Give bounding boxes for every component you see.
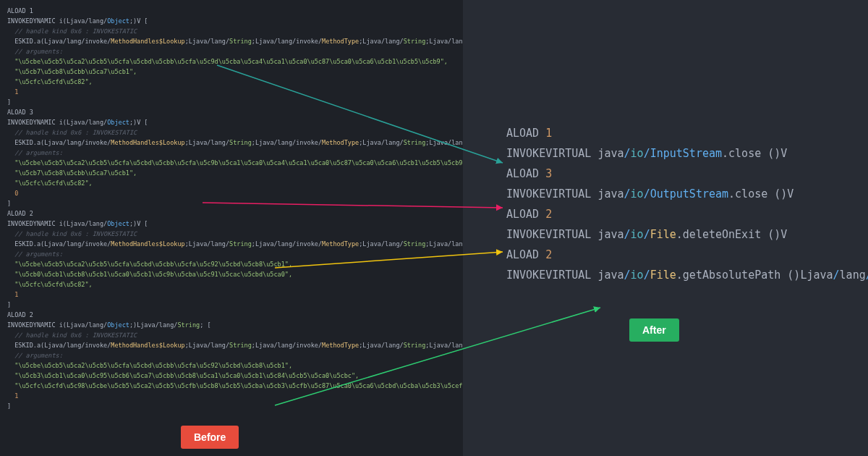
close-bracket: ] (7, 401, 456, 411)
aload-line: ALOAD 2 (506, 204, 868, 224)
bsm-line: ESKID.a(Ljava/lang/invoke/MethodHandles$… (7, 239, 456, 249)
bytecode-block: ALOAD 3INVOKEDYNAMIC i(Ljava/lang/Object… (7, 107, 456, 208)
before-badge: Before (181, 426, 239, 449)
comment-line: // handle kind 0x6 : INVOKESTATIC (7, 330, 456, 340)
comment-line: // arguments: (7, 46, 456, 56)
comment-line: // handle kind 0x6 : INVOKESTATIC (7, 229, 456, 239)
arg-line: "\u5cb7\u5cb8\u5cbb\u5ca7\u5cb1", (7, 168, 456, 178)
before-pane: ALOAD 1INVOKEDYNAMIC i(Ljava/lang/Object… (0, 0, 463, 456)
bytecode-block: ALOAD 2INVOKEDYNAMIC i(Ljava/lang/Object… (7, 208, 456, 310)
arg-line: "\u5cb0\u5cb1\u5cb8\u5cb1\u5ca0\u5cb1\u5… (7, 269, 456, 279)
arg-line: 1 (7, 87, 456, 97)
aload-line: ALOAD 2 (7, 310, 456, 320)
bsm-line: ESKID.a(Ljava/lang/invoke/MethodHandles$… (7, 36, 456, 46)
after-badge: After (629, 318, 679, 342)
arg-line: "\u5cb3\u5cb1\u5ca0\u5c95\u5cb6\u5ca7\u5… (7, 371, 456, 381)
invokevirtual-line: INVOKEVIRTUAL java/io/OutputStream.close… (506, 184, 868, 204)
arg-line: "\u5cfc\u5cfd\u5c98\u5cbe\u5cb5\u5ca2\u5… (7, 381, 456, 391)
bsm-line: ESKID.a(Ljava/lang/invoke/MethodHandles$… (7, 340, 456, 350)
aload-line: ALOAD 2 (7, 208, 456, 219)
arg-line: "\u5cb7\u5cb8\u5cbb\u5ca7\u5cb1", (7, 67, 456, 77)
arg-line: 0 (7, 188, 456, 198)
close-bracket: ] (7, 97, 456, 107)
aload-line: ALOAD 3 (506, 164, 868, 184)
arg-line: 1 (7, 391, 456, 401)
comment-line: // arguments: (7, 350, 456, 360)
invokedynamic-line: INVOKEDYNAMIC i(Ljava/lang/Object;)V [ (7, 219, 456, 229)
comment-line: // arguments: (7, 148, 456, 158)
bsm-line: ESKID.a(Ljava/lang/invoke/MethodHandles$… (7, 138, 456, 148)
invokevirtual-line: INVOKEVIRTUAL java/io/File.getAbsolutePa… (506, 265, 868, 285)
invokevirtual-line: INVOKEVIRTUAL java/io/File.deleteOnExit … (506, 224, 868, 245)
arg-line: "\u5cbe\u5cb5\u5ca2\u5cb5\u5cfa\u5cbd\u5… (7, 259, 456, 269)
aload-line: ALOAD 3 (7, 107, 456, 117)
bytecode-block: ALOAD 2INVOKEDYNAMIC i(Ljava/lang/Object… (7, 310, 456, 411)
comment-line: // arguments: (7, 249, 456, 259)
arg-line: "\u5cbe\u5cb5\u5ca2\u5cb5\u5cfa\u5cbd\u5… (7, 158, 456, 168)
arg-line: 1 (7, 290, 456, 300)
invokedynamic-line: INVOKEDYNAMIC i(Ljava/lang/Object;)Ljava… (7, 320, 456, 330)
arg-line: "\u5cfc\u5cfd\u5c82", (7, 77, 456, 87)
aload-line: ALOAD 1 (506, 123, 868, 143)
comment-line: // handle kind 0x6 : INVOKESTATIC (7, 127, 456, 138)
invokevirtual-line: INVOKEVIRTUAL java/io/InputStream.close … (506, 143, 868, 164)
close-bracket: ] (7, 300, 456, 310)
invokedynamic-line: INVOKEDYNAMIC i(Ljava/lang/Object;)V [ (7, 16, 456, 26)
aload-line: ALOAD 1 (7, 6, 456, 16)
arg-line: "\u5cbe\u5cb5\u5ca2\u5cb5\u5cfa\u5cbd\u5… (7, 56, 456, 67)
bytecode-block: ALOAD 1INVOKEDYNAMIC i(Ljava/lang/Object… (7, 6, 456, 107)
arg-line: "\u5cfc\u5cfd\u5c82", (7, 178, 456, 188)
aload-line: ALOAD 2 (506, 245, 868, 265)
arg-line: "\u5cbe\u5cb5\u5ca2\u5cb5\u5cfa\u5cbd\u5… (7, 360, 456, 371)
comment-line: // handle kind 0x6 : INVOKESTATIC (7, 26, 456, 36)
after-pane: ALOAD 1INVOKEVIRTUAL java/io/InputStream… (463, 0, 868, 456)
main-container: ALOAD 1INVOKEDYNAMIC i(Ljava/lang/Object… (0, 0, 868, 456)
arg-line: "\u5cfc\u5cfd\u5c82", (7, 279, 456, 290)
close-bracket: ] (7, 198, 456, 208)
invokedynamic-line: INVOKEDYNAMIC i(Ljava/lang/Object;)V [ (7, 117, 456, 127)
